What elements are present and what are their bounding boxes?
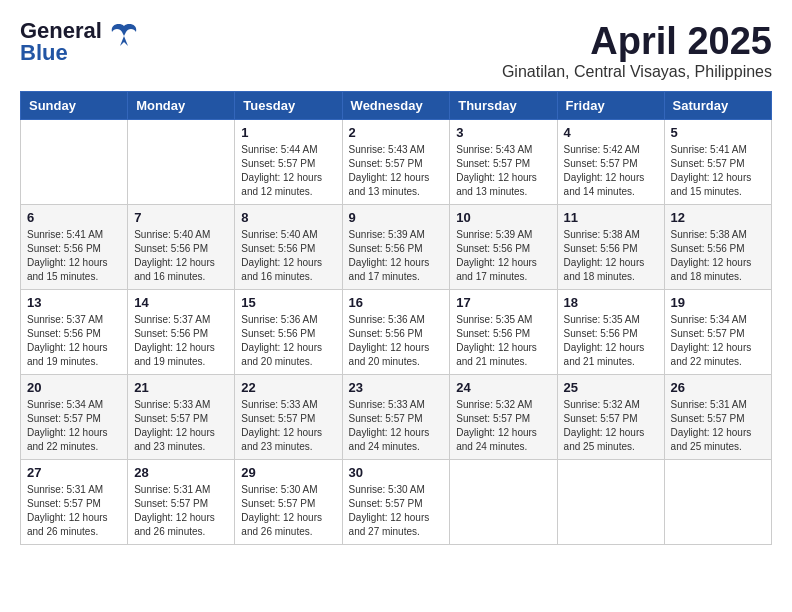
calendar-cell: [21, 120, 128, 205]
day-info: Sunrise: 5:35 AM Sunset: 5:56 PM Dayligh…: [564, 313, 658, 369]
day-info: Sunrise: 5:36 AM Sunset: 5:56 PM Dayligh…: [349, 313, 444, 369]
day-info: Sunrise: 5:30 AM Sunset: 5:57 PM Dayligh…: [241, 483, 335, 539]
location-title: Ginatilan, Central Visayas, Philippines: [502, 63, 772, 81]
day-info: Sunrise: 5:36 AM Sunset: 5:56 PM Dayligh…: [241, 313, 335, 369]
day-number: 23: [349, 380, 444, 395]
day-number: 19: [671, 295, 765, 310]
day-number: 9: [349, 210, 444, 225]
day-number: 7: [134, 210, 228, 225]
day-info: Sunrise: 5:31 AM Sunset: 5:57 PM Dayligh…: [27, 483, 121, 539]
title-area: April 2025 Ginatilan, Central Visayas, P…: [502, 20, 772, 81]
day-info: Sunrise: 5:43 AM Sunset: 5:57 PM Dayligh…: [349, 143, 444, 199]
calendar-cell: 3Sunrise: 5:43 AM Sunset: 5:57 PM Daylig…: [450, 120, 557, 205]
day-number: 14: [134, 295, 228, 310]
calendar-cell: [450, 460, 557, 545]
day-info: Sunrise: 5:31 AM Sunset: 5:57 PM Dayligh…: [134, 483, 228, 539]
month-title: April 2025: [502, 20, 772, 63]
day-info: Sunrise: 5:32 AM Sunset: 5:57 PM Dayligh…: [564, 398, 658, 454]
day-number: 1: [241, 125, 335, 140]
day-info: Sunrise: 5:41 AM Sunset: 5:56 PM Dayligh…: [27, 228, 121, 284]
day-number: 30: [349, 465, 444, 480]
calendar-cell: 13Sunrise: 5:37 AM Sunset: 5:56 PM Dayli…: [21, 290, 128, 375]
day-number: 10: [456, 210, 550, 225]
weekday-header: Wednesday: [342, 92, 450, 120]
day-number: 16: [349, 295, 444, 310]
day-number: 29: [241, 465, 335, 480]
calendar-cell: 28Sunrise: 5:31 AM Sunset: 5:57 PM Dayli…: [128, 460, 235, 545]
day-number: 12: [671, 210, 765, 225]
calendar-cell: 6Sunrise: 5:41 AM Sunset: 5:56 PM Daylig…: [21, 205, 128, 290]
header: General Blue April 2025 Ginatilan, Centr…: [20, 20, 772, 81]
day-info: Sunrise: 5:34 AM Sunset: 5:57 PM Dayligh…: [27, 398, 121, 454]
day-number: 13: [27, 295, 121, 310]
day-info: Sunrise: 5:39 AM Sunset: 5:56 PM Dayligh…: [349, 228, 444, 284]
calendar-cell: [128, 120, 235, 205]
logo-bird-icon: [106, 18, 142, 54]
calendar-cell: 25Sunrise: 5:32 AM Sunset: 5:57 PM Dayli…: [557, 375, 664, 460]
day-info: Sunrise: 5:43 AM Sunset: 5:57 PM Dayligh…: [456, 143, 550, 199]
calendar-header-row: SundayMondayTuesdayWednesdayThursdayFrid…: [21, 92, 772, 120]
day-number: 18: [564, 295, 658, 310]
day-number: 3: [456, 125, 550, 140]
day-number: 6: [27, 210, 121, 225]
calendar-week-row: 20Sunrise: 5:34 AM Sunset: 5:57 PM Dayli…: [21, 375, 772, 460]
calendar-cell: 29Sunrise: 5:30 AM Sunset: 5:57 PM Dayli…: [235, 460, 342, 545]
calendar-cell: 20Sunrise: 5:34 AM Sunset: 5:57 PM Dayli…: [21, 375, 128, 460]
day-info: Sunrise: 5:44 AM Sunset: 5:57 PM Dayligh…: [241, 143, 335, 199]
calendar-cell: 10Sunrise: 5:39 AM Sunset: 5:56 PM Dayli…: [450, 205, 557, 290]
day-info: Sunrise: 5:34 AM Sunset: 5:57 PM Dayligh…: [671, 313, 765, 369]
calendar-cell: 7Sunrise: 5:40 AM Sunset: 5:56 PM Daylig…: [128, 205, 235, 290]
calendar-cell: 16Sunrise: 5:36 AM Sunset: 5:56 PM Dayli…: [342, 290, 450, 375]
day-number: 21: [134, 380, 228, 395]
day-info: Sunrise: 5:35 AM Sunset: 5:56 PM Dayligh…: [456, 313, 550, 369]
day-number: 8: [241, 210, 335, 225]
calendar-cell: 8Sunrise: 5:40 AM Sunset: 5:56 PM Daylig…: [235, 205, 342, 290]
day-info: Sunrise: 5:38 AM Sunset: 5:56 PM Dayligh…: [564, 228, 658, 284]
day-number: 11: [564, 210, 658, 225]
day-info: Sunrise: 5:40 AM Sunset: 5:56 PM Dayligh…: [134, 228, 228, 284]
calendar-cell: 5Sunrise: 5:41 AM Sunset: 5:57 PM Daylig…: [664, 120, 771, 205]
day-info: Sunrise: 5:38 AM Sunset: 5:56 PM Dayligh…: [671, 228, 765, 284]
calendar-cell: 9Sunrise: 5:39 AM Sunset: 5:56 PM Daylig…: [342, 205, 450, 290]
calendar-week-row: 27Sunrise: 5:31 AM Sunset: 5:57 PM Dayli…: [21, 460, 772, 545]
calendar-cell: 30Sunrise: 5:30 AM Sunset: 5:57 PM Dayli…: [342, 460, 450, 545]
calendar-cell: 1Sunrise: 5:44 AM Sunset: 5:57 PM Daylig…: [235, 120, 342, 205]
day-info: Sunrise: 5:37 AM Sunset: 5:56 PM Dayligh…: [134, 313, 228, 369]
day-number: 4: [564, 125, 658, 140]
logo: General Blue: [20, 20, 142, 64]
day-info: Sunrise: 5:37 AM Sunset: 5:56 PM Dayligh…: [27, 313, 121, 369]
calendar-week-row: 6Sunrise: 5:41 AM Sunset: 5:56 PM Daylig…: [21, 205, 772, 290]
calendar-cell: 18Sunrise: 5:35 AM Sunset: 5:56 PM Dayli…: [557, 290, 664, 375]
weekday-header: Thursday: [450, 92, 557, 120]
calendar-cell: [664, 460, 771, 545]
day-info: Sunrise: 5:33 AM Sunset: 5:57 PM Dayligh…: [349, 398, 444, 454]
day-number: 28: [134, 465, 228, 480]
day-number: 25: [564, 380, 658, 395]
day-number: 5: [671, 125, 765, 140]
calendar-cell: 15Sunrise: 5:36 AM Sunset: 5:56 PM Dayli…: [235, 290, 342, 375]
calendar-cell: 21Sunrise: 5:33 AM Sunset: 5:57 PM Dayli…: [128, 375, 235, 460]
day-info: Sunrise: 5:40 AM Sunset: 5:56 PM Dayligh…: [241, 228, 335, 284]
calendar-cell: 23Sunrise: 5:33 AM Sunset: 5:57 PM Dayli…: [342, 375, 450, 460]
weekday-header: Friday: [557, 92, 664, 120]
day-number: 20: [27, 380, 121, 395]
day-info: Sunrise: 5:31 AM Sunset: 5:57 PM Dayligh…: [671, 398, 765, 454]
calendar-cell: 27Sunrise: 5:31 AM Sunset: 5:57 PM Dayli…: [21, 460, 128, 545]
day-info: Sunrise: 5:42 AM Sunset: 5:57 PM Dayligh…: [564, 143, 658, 199]
day-info: Sunrise: 5:33 AM Sunset: 5:57 PM Dayligh…: [134, 398, 228, 454]
day-number: 15: [241, 295, 335, 310]
day-info: Sunrise: 5:39 AM Sunset: 5:56 PM Dayligh…: [456, 228, 550, 284]
weekday-header: Monday: [128, 92, 235, 120]
day-info: Sunrise: 5:30 AM Sunset: 5:57 PM Dayligh…: [349, 483, 444, 539]
weekday-header: Sunday: [21, 92, 128, 120]
calendar-cell: 24Sunrise: 5:32 AM Sunset: 5:57 PM Dayli…: [450, 375, 557, 460]
weekday-header: Saturday: [664, 92, 771, 120]
day-info: Sunrise: 5:41 AM Sunset: 5:57 PM Dayligh…: [671, 143, 765, 199]
calendar-cell: [557, 460, 664, 545]
day-number: 2: [349, 125, 444, 140]
calendar-cell: 17Sunrise: 5:35 AM Sunset: 5:56 PM Dayli…: [450, 290, 557, 375]
calendar-cell: 26Sunrise: 5:31 AM Sunset: 5:57 PM Dayli…: [664, 375, 771, 460]
calendar-week-row: 1Sunrise: 5:44 AM Sunset: 5:57 PM Daylig…: [21, 120, 772, 205]
day-info: Sunrise: 5:32 AM Sunset: 5:57 PM Dayligh…: [456, 398, 550, 454]
calendar-cell: 11Sunrise: 5:38 AM Sunset: 5:56 PM Dayli…: [557, 205, 664, 290]
